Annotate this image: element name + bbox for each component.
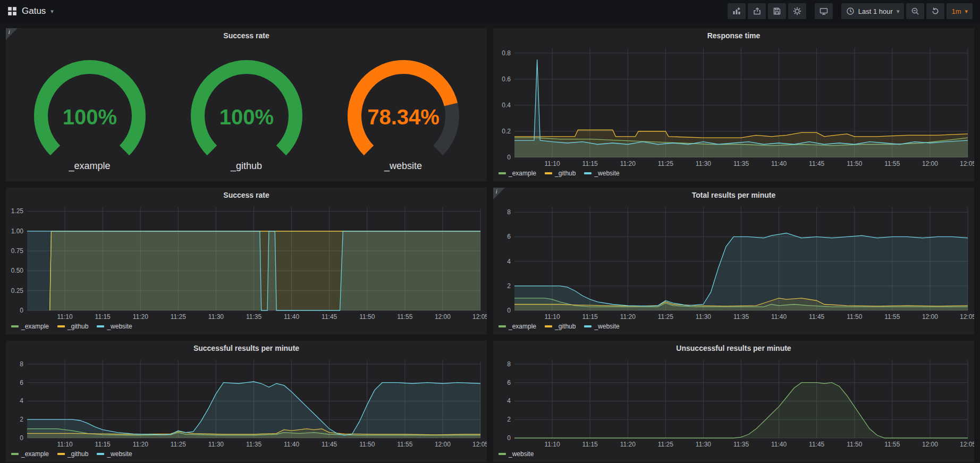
y-axis-label: 6	[507, 233, 511, 240]
x-axis-label: 11:20	[133, 441, 148, 448]
x-axis-label: 11:55	[884, 160, 900, 167]
dashboard-title-caret-icon[interactable]: ▾	[50, 8, 54, 15]
legend-item-_github[interactable]: _github	[545, 170, 576, 177]
add-panel-button[interactable]	[728, 3, 746, 19]
zoom-out-button[interactable]	[906, 3, 924, 19]
x-axis-label: 11:25	[658, 313, 673, 321]
legend-item-_github[interactable]: _github	[57, 323, 88, 330]
panel-info-corner[interactable]	[6, 28, 18, 40]
y-axis-label: 4	[20, 397, 23, 405]
y-axis-label: 0	[507, 154, 511, 161]
legend-item-_example[interactable]: _example	[499, 170, 536, 177]
success-rate-chart[interactable]: 00.250.500.751.001.2511:1011:1511:2011:2…	[6, 203, 487, 322]
time-range-button[interactable]: Last 1 hour ▾	[841, 3, 905, 19]
x-axis-label: 12:05	[960, 313, 974, 321]
x-axis-label: 11:30	[208, 313, 224, 321]
refresh-button[interactable]	[926, 3, 944, 19]
panel-info-corner[interactable]	[493, 188, 505, 199]
legend-item-_website[interactable]: _website	[584, 170, 619, 177]
x-axis-label: 11:10	[545, 441, 560, 448]
series-fill-_website	[27, 231, 480, 310]
panel-unsuccessful-results: Unsuccessful results per minute 0246811:…	[493, 340, 975, 462]
x-axis-label: 11:55	[884, 441, 900, 448]
x-axis-label: 11:40	[284, 441, 299, 448]
series-fill-_website	[514, 233, 968, 311]
y-axis-label: 6	[507, 379, 511, 386]
x-axis-label: 11:30	[208, 441, 224, 448]
legend-item-_github[interactable]: _github	[545, 323, 576, 330]
x-axis-label: 11:55	[397, 441, 412, 448]
dashboard-grid: i Success rate 100% _example 100% _githu…	[0, 22, 980, 463]
legend-swatch	[499, 325, 506, 327]
panel-title[interactable]: Unsuccessful results per minute	[493, 341, 974, 356]
info-icon[interactable]: i	[9, 29, 10, 35]
refresh-interval-button[interactable]: 1m ▾	[947, 3, 973, 19]
legend-item-_example[interactable]: _example	[499, 323, 536, 330]
chart-legend: _website	[493, 449, 974, 462]
panel-title[interactable]: Success rate	[6, 188, 487, 203]
x-axis-label: 11:40	[771, 441, 787, 448]
dashboard-title[interactable]: Gatus	[22, 6, 46, 16]
x-axis-label: 11:20	[133, 313, 148, 321]
legend-swatch	[97, 325, 104, 327]
legend-label: _github	[67, 323, 88, 330]
legend-item-_github[interactable]: _github	[57, 450, 88, 458]
panel-title[interactable]: Response time	[493, 28, 974, 43]
x-axis-label: 12:05	[472, 313, 487, 321]
y-axis-label: 2	[507, 282, 511, 290]
y-axis-label: 4	[507, 258, 511, 265]
cycle-view-button[interactable]	[815, 3, 833, 19]
x-axis-label: 11:10	[57, 441, 73, 448]
legend-label: _github	[67, 450, 88, 458]
unsuccessful-results-chart[interactable]: 0246811:1011:1511:2011:2511:3011:3511:40…	[493, 356, 974, 449]
panel-title[interactable]: Success rate	[6, 28, 487, 43]
legend-label: _example	[21, 450, 49, 458]
x-axis-label: 11:30	[696, 441, 711, 448]
share-button[interactable]	[748, 3, 766, 19]
legend-item-_website[interactable]: _website	[97, 450, 132, 458]
chart-area: 00.250.500.751.001.2511:1011:1511:2011:2…	[6, 203, 487, 322]
legend-swatch	[584, 172, 592, 174]
panel-title[interactable]: Successful results per minute	[6, 341, 487, 356]
total-results-chart[interactable]: 0246811:1011:1511:2011:2511:3011:3511:40…	[493, 203, 974, 322]
x-axis-label: 11:45	[809, 313, 824, 321]
legend-label: _github	[555, 170, 576, 177]
legend-item-_website[interactable]: _website	[584, 323, 619, 330]
gauge-arc-example: 100%	[18, 53, 162, 165]
x-axis-label: 11:15	[582, 441, 598, 448]
settings-button[interactable]	[788, 3, 806, 19]
response-time-chart[interactable]: 00.20.40.60.811:1011:1511:2011:2511:3011…	[493, 43, 974, 169]
x-axis-label: 11:45	[322, 313, 337, 321]
panel-title[interactable]: Total results per minute	[493, 188, 974, 203]
panel-success-rate-gauges: i Success rate 100% _example 100% _githu…	[5, 28, 487, 182]
legend-item-_website[interactable]: _website	[499, 450, 534, 458]
y-axis-label: 0.4	[502, 102, 511, 109]
y-axis-label: 2	[20, 416, 23, 423]
chart-legend: _example_github_website	[6, 322, 487, 334]
legend-item-_example[interactable]: _example	[11, 450, 49, 458]
legend-swatch	[499, 453, 506, 455]
x-axis-label: 11:40	[284, 313, 299, 321]
save-button[interactable]	[768, 3, 786, 19]
y-axis-label: 4	[507, 397, 511, 405]
successful-results-chart[interactable]: 0246811:1011:1511:2011:2511:3011:3511:40…	[6, 356, 487, 449]
gauge-value: 100%	[219, 105, 273, 129]
x-axis-label: 11:50	[359, 441, 375, 448]
legend-swatch	[57, 453, 65, 455]
apps-grid-icon[interactable]	[7, 6, 17, 16]
x-axis-label: 11:15	[582, 313, 598, 321]
x-axis-label: 11:50	[847, 313, 862, 321]
legend-label: _website	[509, 450, 534, 458]
x-axis-label: 11:50	[847, 160, 862, 167]
legend-item-_website[interactable]: _website	[97, 323, 132, 330]
y-axis-label: 0	[20, 434, 23, 442]
x-axis-label: 12:05	[960, 160, 974, 167]
chart-area: 0246811:1011:1511:2011:2511:3011:3511:40…	[6, 356, 487, 449]
legend-swatch	[11, 325, 19, 327]
navbar-left: Gatus ▾	[7, 6, 54, 16]
legend-swatch	[11, 453, 19, 455]
info-icon[interactable]: i	[496, 188, 497, 195]
y-axis-label: 1.00	[11, 228, 24, 235]
legend-item-_example[interactable]: _example	[11, 323, 49, 330]
legend-label: _website	[107, 450, 132, 458]
